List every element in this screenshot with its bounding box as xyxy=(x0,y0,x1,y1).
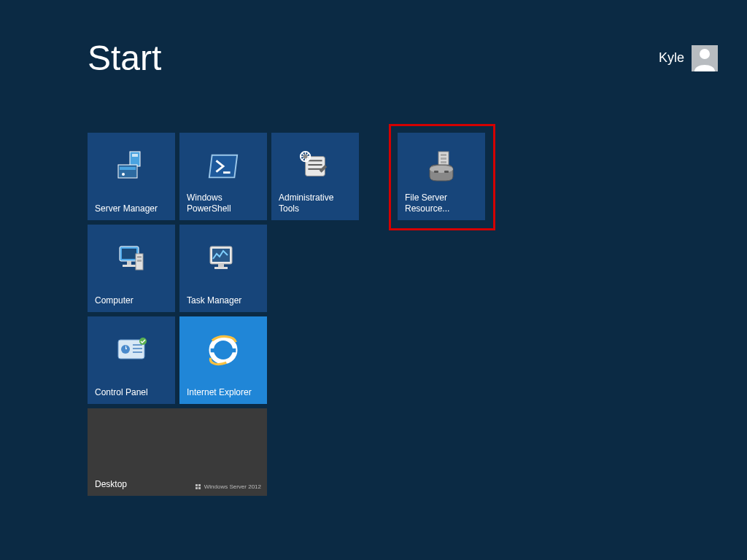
svg-rect-37 xyxy=(441,154,446,156)
svg-rect-19 xyxy=(137,260,142,262)
svg-rect-23 xyxy=(214,267,228,269)
svg-rect-27 xyxy=(133,348,142,349)
tile-label: Windows PowerShell xyxy=(187,192,260,214)
tile-control-panel[interactable]: Control Panel xyxy=(88,316,175,404)
tile-internet-explorer[interactable]: Internet Explorer xyxy=(179,316,267,404)
tile-server-manager[interactable]: Server Manager xyxy=(88,133,175,220)
tile-label: Task Manager xyxy=(187,295,260,306)
tile-task-manager[interactable]: Task Manager xyxy=(179,225,267,312)
file-server-resource-icon xyxy=(421,146,462,187)
tile-label: Computer xyxy=(95,295,168,306)
svg-rect-18 xyxy=(137,256,142,258)
svg-rect-39 xyxy=(441,161,446,163)
tile-desktop[interactable]: Desktop Windows Server 2012 xyxy=(88,408,267,496)
control-panel-icon xyxy=(111,330,152,370)
internet-explorer-icon xyxy=(203,330,244,370)
user-account-button[interactable]: Kyle xyxy=(659,45,718,71)
svg-rect-16 xyxy=(123,265,136,267)
task-manager-icon xyxy=(203,238,244,279)
tile-windows-powershell[interactable]: Windows PowerShell xyxy=(179,133,267,220)
server-manager-icon xyxy=(111,146,152,187)
tile-label: Administrative Tools xyxy=(279,192,352,214)
desktop-watermark-label: Windows Server 2012 xyxy=(204,483,261,490)
tile-administrative-tools[interactable]: Administrative Tools xyxy=(271,133,359,220)
svg-rect-15 xyxy=(127,261,131,265)
svg-point-0 xyxy=(700,49,710,59)
svg-rect-3 xyxy=(118,165,137,178)
start-title: Start xyxy=(88,38,161,78)
svg-rect-38 xyxy=(441,158,446,160)
svg-rect-22 xyxy=(218,264,224,267)
svg-rect-31 xyxy=(211,349,236,352)
svg-point-40 xyxy=(430,166,453,173)
svg-rect-33 xyxy=(198,484,201,486)
svg-rect-14 xyxy=(122,249,136,259)
tile-file-server-resource[interactable]: File Server Resource... xyxy=(398,133,485,220)
desktop-watermark: Windows Server 2012 xyxy=(196,483,261,490)
user-avatar-icon xyxy=(692,45,718,71)
tile-label: Control Panel xyxy=(95,387,168,398)
svg-rect-26 xyxy=(133,344,142,346)
svg-point-5 xyxy=(122,173,125,176)
header: Start Kyle xyxy=(88,38,718,78)
tile-label: Server Manager xyxy=(95,203,168,214)
svg-rect-34 xyxy=(196,487,198,489)
svg-rect-41 xyxy=(434,171,438,173)
powershell-icon xyxy=(203,146,244,187)
svg-rect-28 xyxy=(133,351,142,353)
svg-rect-2 xyxy=(132,154,138,157)
tile-label: File Server Resource... xyxy=(405,192,478,214)
svg-rect-35 xyxy=(198,487,201,489)
svg-point-12 xyxy=(303,155,308,159)
administrative-tools-icon xyxy=(295,146,336,187)
tile-computer[interactable]: Computer xyxy=(88,225,175,312)
computer-icon xyxy=(111,238,152,279)
svg-rect-42 xyxy=(444,171,449,173)
svg-rect-4 xyxy=(120,167,136,170)
tile-label: Internet Explorer xyxy=(187,387,260,398)
user-name-label: Kyle xyxy=(659,50,684,66)
svg-rect-32 xyxy=(196,484,198,486)
